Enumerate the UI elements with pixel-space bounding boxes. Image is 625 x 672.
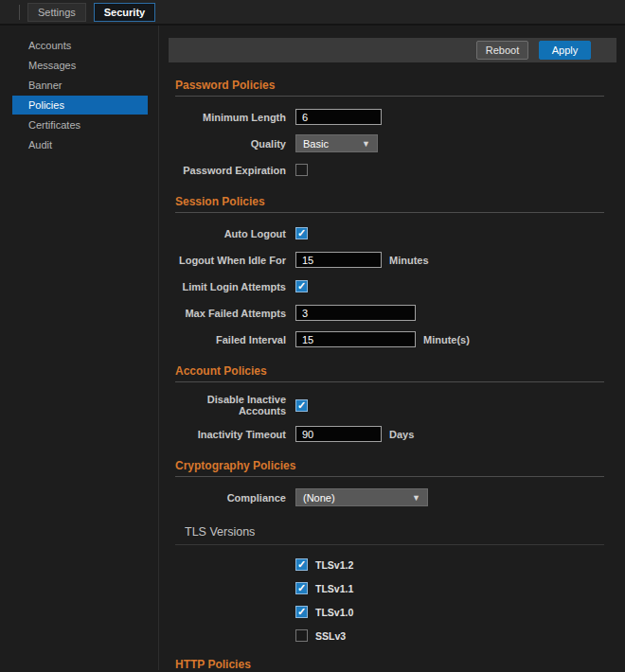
tlsv11-checkbox[interactable]: [295, 582, 308, 594]
compliance-dropdown-value: (None): [303, 492, 335, 504]
auto-logout-row: Auto Logout: [175, 224, 604, 242]
inactivity-timeout-suffix: Days: [389, 429, 414, 440]
action-toolbar: Reboot Apply: [169, 38, 616, 62]
limit-login-attempts-checkbox[interactable]: [295, 280, 308, 292]
sidebar-item-policies[interactable]: Policies: [12, 96, 148, 115]
logout-when-idle-input[interactable]: [295, 252, 382, 268]
apply-button[interactable]: Apply: [539, 41, 591, 60]
chevron-down-icon: ▼: [362, 139, 370, 149]
disable-inactive-accounts-label: Disable Inactive Accounts: [175, 394, 286, 416]
section-divider: [175, 381, 604, 382]
limit-login-attempts-row: Limit Login Attempts: [175, 277, 604, 295]
failed-interval-label: Failed Interval: [175, 334, 286, 345]
tlsv12-label: TLSv1.2: [315, 559, 353, 571]
top-tab-bar: Settings Security: [0, 0, 625, 26]
logout-when-idle-row: Logout When Idle For Minutes: [175, 251, 604, 269]
section-divider: [175, 96, 604, 97]
max-failed-attempts-input[interactable]: [295, 305, 416, 321]
compliance-row: Compliance (None) ▼: [175, 488, 604, 506]
sidebar-item-accounts[interactable]: Accounts: [12, 36, 148, 55]
tlsv10-checkbox[interactable]: [295, 606, 308, 618]
inactivity-timeout-label: Inactivity Timeout: [175, 429, 286, 440]
tab-security[interactable]: Security: [94, 3, 155, 22]
reboot-button[interactable]: Reboot: [476, 41, 528, 60]
password-policies-title: Password Policies: [175, 79, 604, 92]
content-panel: Reboot Apply Password Policies Minimum L…: [159, 26, 625, 670]
quality-label: Quality: [175, 138, 286, 150]
tab-settings[interactable]: Settings: [27, 3, 86, 22]
failed-interval-row: Failed Interval Minute(s): [175, 330, 604, 348]
sidebar-item-certificates[interactable]: Certificates: [12, 115, 148, 134]
quality-dropdown-value: Basic: [303, 138, 329, 150]
inactivity-timeout-row: Inactivity Timeout Days: [175, 425, 604, 443]
subsection-divider: [175, 544, 604, 545]
failed-interval-input[interactable]: [295, 331, 416, 347]
max-failed-attempts-row: Max Failed Attempts: [175, 304, 604, 322]
tls-versions-title: TLS Versions: [185, 525, 604, 539]
password-expiration-checkbox[interactable]: [295, 164, 308, 176]
tlsv10-row: TLSv1.0: [175, 606, 604, 618]
account-policies-title: Account Policies: [175, 364, 604, 378]
cryptography-policies-title: Cryptography Policies: [175, 459, 604, 472]
chevron-down-icon: ▼: [412, 493, 420, 503]
section-divider: [175, 212, 604, 213]
session-policies-title: Session Policies: [175, 195, 604, 208]
logout-when-idle-label: Logout When Idle For: [175, 255, 286, 266]
minimum-length-label: Minimum Length: [175, 112, 286, 123]
tlsv11-label: TLSv1.1: [315, 583, 353, 594]
tlsv12-checkbox[interactable]: [295, 558, 308, 571]
disable-inactive-accounts-checkbox[interactable]: [295, 399, 308, 412]
policy-sections: Password Policies Minimum Length Quality…: [169, 79, 616, 672]
logout-when-idle-suffix: Minutes: [389, 255, 429, 266]
disable-inactive-accounts-row: Disable Inactive Accounts: [175, 394, 604, 416]
max-failed-attempts-label: Max Failed Attempts: [175, 308, 286, 319]
quality-row: Quality Basic ▼: [175, 134, 604, 152]
sidebar: Accounts Messages Banner Policies Certif…: [0, 26, 159, 670]
sslv3-label: SSLv3: [315, 630, 346, 642]
auto-logout-label: Auto Logout: [175, 228, 286, 239]
auto-logout-checkbox[interactable]: [295, 227, 308, 239]
sidebar-item-audit[interactable]: Audit: [12, 135, 148, 154]
sslv3-row: SSLv3: [175, 629, 604, 642]
tlsv11-row: TLSv1.1: [175, 582, 604, 594]
tlsv10-label: TLSv1.0: [315, 607, 353, 618]
sidebar-item-banner[interactable]: Banner: [12, 76, 148, 95]
http-policies-title: HTTP Policies: [175, 658, 604, 671]
failed-interval-suffix: Minute(s): [423, 334, 470, 345]
minimum-length-input[interactable]: [295, 109, 382, 125]
limit-login-attempts-label: Limit Login Attempts: [175, 281, 286, 292]
minimum-length-row: Minimum Length: [175, 108, 604, 126]
compliance-label: Compliance: [175, 492, 286, 504]
password-expiration-row: Password Expiration: [175, 161, 604, 179]
tlsv12-row: TLSv1.2: [175, 558, 604, 571]
sslv3-checkbox[interactable]: [295, 629, 308, 642]
sidebar-item-messages[interactable]: Messages: [12, 56, 148, 75]
section-divider: [175, 476, 604, 477]
compliance-dropdown[interactable]: (None) ▼: [295, 488, 428, 506]
inactivity-timeout-input[interactable]: [295, 426, 382, 442]
quality-dropdown[interactable]: Basic ▼: [295, 134, 378, 152]
topbar-divider: [19, 5, 20, 20]
password-expiration-label: Password Expiration: [175, 165, 286, 176]
main-layout: Accounts Messages Banner Policies Certif…: [0, 26, 625, 670]
